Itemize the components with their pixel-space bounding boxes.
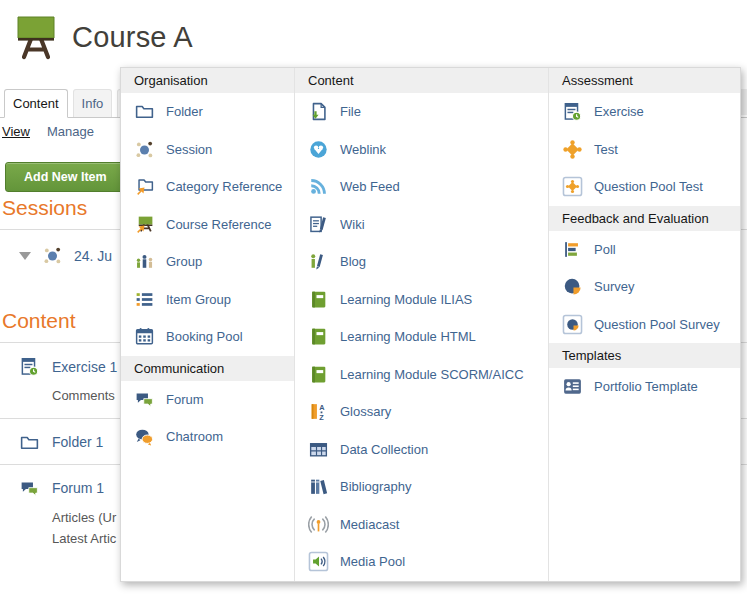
- wiki-icon: [308, 214, 329, 235]
- menu-item-question-pool-test[interactable]: Question Pool Test: [549, 168, 740, 206]
- assessment-column: AssessmentExerciseTestQuestion Pool Test…: [548, 68, 740, 581]
- learning-module-icon: [308, 289, 329, 310]
- menu-item-label: Learning Module SCORM/AICC: [340, 367, 524, 382]
- menu-item-label: Wiki: [340, 217, 365, 232]
- menu-item-label: Category Reference: [166, 179, 282, 194]
- data-collection-icon: [308, 439, 329, 460]
- add-new-item-dropdown: OrganisationFolderSessionCategory Refere…: [120, 67, 741, 582]
- menu-section-header: Feedback and Evaluation: [549, 206, 740, 231]
- menu-item-label: Learning Module ILIAS: [340, 292, 472, 307]
- menu-item-wiki[interactable]: Wiki: [295, 206, 548, 244]
- toolbar: Add New Item: [5, 162, 126, 192]
- menu-item-label: Poll: [594, 242, 616, 257]
- menu-section-header: Communication: [121, 356, 294, 381]
- session-icon: [42, 245, 63, 266]
- menu-item-label: Forum: [166, 392, 204, 407]
- menu-item-media-pool[interactable]: Media Pool: [295, 543, 548, 581]
- tab-content[interactable]: Content: [4, 89, 68, 118]
- menu-item-label: Question Pool Test: [594, 179, 703, 194]
- question-pool-test-icon: [562, 176, 583, 197]
- menu-item-chatroom[interactable]: Chatroom: [121, 418, 294, 456]
- menu-item-group[interactable]: Group: [121, 243, 294, 281]
- menu-section-header: Templates: [549, 343, 740, 368]
- folder-icon: [19, 432, 40, 453]
- menu-item-forum[interactable]: Forum: [121, 381, 294, 419]
- menu-item-learning-module-scorm-aicc[interactable]: Learning Module SCORM/AICC: [295, 356, 548, 394]
- web-feed-icon: [308, 176, 329, 197]
- test-icon: [562, 139, 583, 160]
- menu-item-label: Question Pool Survey: [594, 317, 720, 332]
- menu-item-item-group[interactable]: Item Group: [121, 281, 294, 319]
- content-item-title[interactable]: Folder 1: [52, 434, 103, 450]
- menu-section-header: Content: [295, 68, 548, 93]
- menu-item-label: Booking Pool: [166, 329, 243, 344]
- exercise-icon: [19, 356, 40, 377]
- menu-item-bibliography[interactable]: Bibliography: [295, 468, 548, 506]
- tab-info[interactable]: Info: [73, 89, 113, 117]
- menu-item-label: Blog: [340, 254, 366, 269]
- menu-item-exercise[interactable]: Exercise: [549, 93, 740, 131]
- subtab-manage[interactable]: Manage: [47, 124, 94, 139]
- content-item-title[interactable]: Forum 1: [52, 480, 104, 496]
- forum-icon: [19, 478, 40, 499]
- menu-item-portfolio-template[interactable]: Portfolio Template: [549, 368, 740, 406]
- menu-item-course-reference[interactable]: Course Reference: [121, 206, 294, 244]
- subtab-view[interactable]: View: [2, 124, 30, 139]
- menu-item-label: Item Group: [166, 292, 231, 307]
- media-pool-icon: [308, 551, 329, 572]
- menu-item-survey[interactable]: Survey: [549, 268, 740, 306]
- menu-item-data-collection[interactable]: Data Collection: [295, 431, 548, 469]
- menu-item-weblink[interactable]: Weblink: [295, 131, 548, 169]
- menu-item-label: Learning Module HTML: [340, 329, 476, 344]
- menu-item-label: Portfolio Template: [594, 379, 698, 394]
- add-new-item-button[interactable]: Add New Item: [5, 162, 126, 192]
- menu-item-label: Web Feed: [340, 179, 400, 194]
- menu-item-folder[interactable]: Folder: [121, 93, 294, 131]
- menu-item-file[interactable]: File: [295, 93, 548, 131]
- menu-item-test[interactable]: Test: [549, 131, 740, 169]
- content-item-title[interactable]: Exercise 1: [52, 359, 117, 375]
- menu-item-label: Session: [166, 142, 212, 157]
- category-reference-icon: [134, 176, 155, 197]
- group-icon: [134, 251, 155, 272]
- folder-icon: [134, 101, 155, 122]
- menu-item-label: Folder: [166, 104, 203, 119]
- menu-item-web-feed[interactable]: Web Feed: [295, 168, 548, 206]
- menu-section-header: Organisation: [121, 68, 294, 93]
- menu-item-session[interactable]: Session: [121, 131, 294, 169]
- menu-item-booking-pool[interactable]: Booking Pool: [121, 318, 294, 356]
- menu-item-label: Media Pool: [340, 554, 405, 569]
- learning-module-icon: [308, 364, 329, 385]
- menu-item-label: Glossary: [340, 404, 391, 419]
- menu-item-label: Group: [166, 254, 202, 269]
- chatroom-icon: [134, 426, 155, 447]
- blog-icon: [308, 251, 329, 272]
- menu-item-poll[interactable]: Poll: [549, 231, 740, 269]
- exercise-icon: [562, 101, 583, 122]
- menu-item-label: Survey: [594, 279, 634, 294]
- menu-item-label: Mediacast: [340, 517, 399, 532]
- menu-item-question-pool-survey[interactable]: Question Pool Survey: [549, 306, 740, 344]
- portfolio-template-icon: [562, 376, 583, 397]
- menu-item-glossary[interactable]: AZGlossary: [295, 393, 548, 431]
- menu-item-label: Test: [594, 142, 618, 157]
- menu-item-category-reference[interactable]: Category Reference: [121, 168, 294, 206]
- svg-text:A: A: [319, 403, 325, 412]
- collapse-caret-icon[interactable]: [19, 252, 31, 260]
- forum-icon: [134, 389, 155, 410]
- menu-item-label: Course Reference: [166, 217, 272, 232]
- menu-item-learning-module-html[interactable]: Learning Module HTML: [295, 318, 548, 356]
- course-reference-icon: [134, 214, 155, 235]
- menu-item-label: Bibliography: [340, 479, 412, 494]
- file-icon: [308, 101, 329, 122]
- menu-item-label: Data Collection: [340, 442, 428, 457]
- session-title[interactable]: 24. Ju: [74, 248, 112, 264]
- menu-item-label: Weblink: [340, 142, 386, 157]
- menu-item-learning-module-ilias[interactable]: Learning Module ILIAS: [295, 281, 548, 319]
- menu-item-label: Chatroom: [166, 429, 223, 444]
- page-title: Course A: [72, 21, 193, 54]
- weblink-icon: [308, 139, 329, 160]
- menu-item-mediacast[interactable]: Mediacast: [295, 506, 548, 544]
- session-icon: [134, 139, 155, 160]
- menu-item-blog[interactable]: Blog: [295, 243, 548, 281]
